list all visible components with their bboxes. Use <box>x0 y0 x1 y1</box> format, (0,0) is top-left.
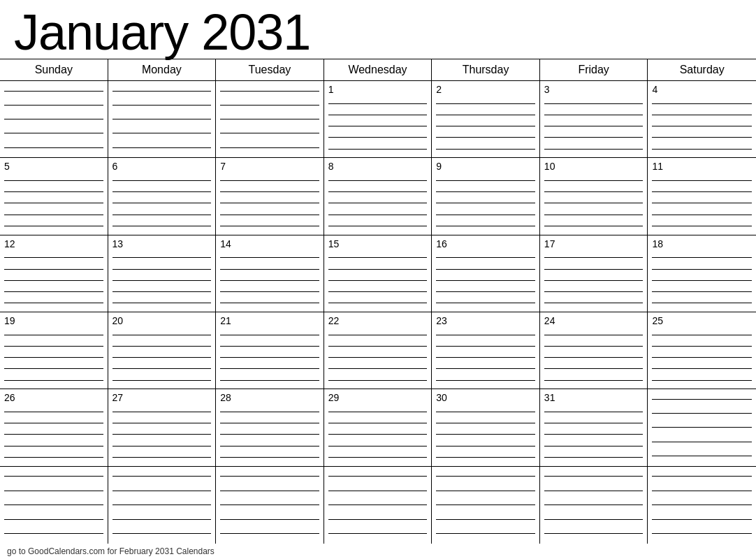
calendar-cell <box>324 467 432 544</box>
writing-lines <box>4 406 103 463</box>
calendar-cell <box>0 467 108 544</box>
writing-line <box>112 346 212 347</box>
calendar-cell: 20 <box>108 312 217 389</box>
writing-line <box>220 91 319 92</box>
writing-line <box>4 446 103 447</box>
writing-lines <box>220 470 319 541</box>
writing-line <box>652 476 752 477</box>
day-header-tuesday: Tuesday <box>216 59 324 80</box>
writing-line <box>220 133 319 133</box>
writing-line <box>4 147 103 148</box>
calendar-cell: 17 <box>540 235 648 312</box>
writing-line <box>544 226 644 226</box>
calendar-cell: 23 <box>432 312 540 389</box>
writing-line <box>544 191 644 192</box>
writing-line <box>220 335 319 335</box>
writing-line <box>652 126 752 126</box>
writing-line <box>652 368 752 369</box>
writing-line <box>220 491 319 491</box>
writing-line <box>436 126 535 126</box>
writing-line <box>544 257 644 258</box>
writing-line <box>544 269 644 270</box>
writing-line <box>544 476 644 477</box>
writing-line <box>652 442 752 442</box>
date-number: 14 <box>220 238 319 249</box>
writing-lines <box>328 406 428 463</box>
writing-line <box>220 519 319 520</box>
calendar-cell <box>108 467 217 544</box>
writing-line <box>220 105 319 106</box>
calendar-cell: 18 <box>648 235 756 312</box>
writing-line <box>220 269 319 270</box>
writing-line <box>544 368 644 369</box>
writing-line <box>220 357 319 358</box>
writing-line <box>436 103 535 104</box>
date-number: 10 <box>544 161 644 172</box>
writing-line <box>328 191 428 192</box>
writing-line <box>328 303 428 303</box>
date-number: 29 <box>328 392 428 403</box>
writing-line <box>544 357 644 358</box>
calendar-cell <box>216 467 324 544</box>
writing-line <box>4 215 103 215</box>
writing-line <box>220 180 319 181</box>
writing-line <box>4 105 103 106</box>
writing-lines <box>328 252 428 309</box>
calendar-cell: 8 <box>324 158 432 234</box>
date-number: 9 <box>436 161 535 172</box>
writing-lines <box>544 329 644 386</box>
writing-line <box>220 191 319 192</box>
footer-text: go to GoodCalendars.com for February 203… <box>0 544 756 559</box>
day-header-monday: Monday <box>108 59 217 80</box>
writing-line <box>652 504 752 505</box>
writing-line <box>436 335 535 335</box>
calendar-cell: 6 <box>108 158 217 234</box>
date-number: 18 <box>652 238 752 249</box>
writing-line <box>220 380 319 381</box>
calendar-cell: 21 <box>216 312 324 389</box>
writing-line <box>652 280 752 281</box>
calendar-cell: 14 <box>216 235 324 312</box>
writing-line <box>436 491 535 491</box>
writing-line <box>544 519 644 520</box>
writing-line <box>112 476 212 477</box>
writing-line <box>220 457 319 458</box>
date-number: 24 <box>544 315 644 326</box>
writing-line <box>112 423 212 423</box>
writing-line <box>112 519 212 520</box>
writing-line <box>652 137 752 138</box>
writing-line <box>220 368 319 369</box>
date-number: 8 <box>328 161 428 172</box>
writing-line <box>652 149 752 150</box>
writing-line <box>328 180 428 181</box>
calendar-cell: 10 <box>540 158 648 234</box>
calendar-cell: 13 <box>108 235 217 312</box>
writing-lines <box>436 470 535 541</box>
calendar-cell: 28 <box>216 389 324 465</box>
writing-line <box>328 357 428 358</box>
day-header-friday: Friday <box>540 59 648 80</box>
writing-line <box>112 412 212 412</box>
calendar-cell: 27 <box>108 389 217 465</box>
writing-lines <box>112 406 212 463</box>
writing-lines <box>4 252 103 309</box>
writing-line <box>328 491 428 491</box>
writing-line <box>112 434 212 435</box>
writing-line <box>544 412 644 412</box>
writing-line <box>652 215 752 215</box>
writing-line <box>112 191 212 192</box>
date-number: 17 <box>544 238 644 249</box>
writing-line <box>436 149 535 150</box>
writing-line <box>652 191 752 192</box>
writing-line <box>220 346 319 347</box>
writing-line <box>652 226 752 226</box>
days-header: SundayMondayTuesdayWednesdayThursdayFrid… <box>0 59 756 81</box>
calendar-cell <box>432 467 540 544</box>
date-number: 23 <box>436 315 535 326</box>
writing-line <box>220 476 319 477</box>
writing-line <box>328 137 428 138</box>
week-row-2: 567891011 <box>0 158 756 235</box>
writing-line <box>544 504 644 505</box>
date-number: 25 <box>652 315 752 326</box>
writing-line <box>220 412 319 412</box>
